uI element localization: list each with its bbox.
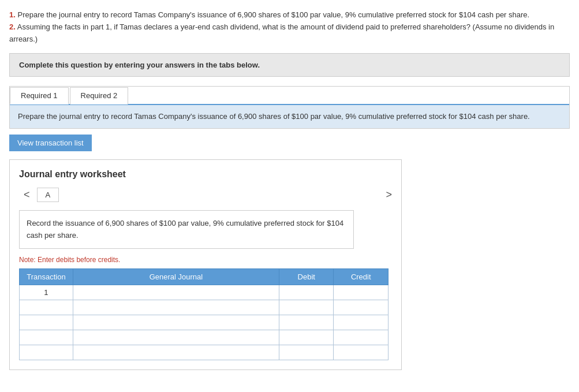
table-row <box>20 300 389 315</box>
tab-required1[interactable]: Required 1 <box>10 87 69 104</box>
col-header-transaction: Transaction <box>20 269 73 285</box>
cell-general-journal[interactable] <box>73 315 279 330</box>
cell-transaction <box>20 300 73 315</box>
cell-credit[interactable] <box>334 315 389 330</box>
cell-debit[interactable] <box>279 330 334 345</box>
cell-debit[interactable] <box>279 315 334 330</box>
nav-right-arrow[interactable]: > <box>386 189 392 201</box>
cell-transaction <box>20 330 73 345</box>
table-row: 1 <box>20 285 389 300</box>
part2-number: 2. <box>9 23 16 31</box>
worksheet-title: Journal entry worksheet <box>19 169 392 180</box>
cell-credit[interactable] <box>334 345 389 360</box>
complete-instructions: Complete this question by entering your … <box>9 53 570 77</box>
table-row <box>20 315 389 330</box>
cell-transaction <box>20 315 73 330</box>
cell-credit[interactable] <box>334 300 389 315</box>
tabs-header: Required 1 Required 2 <box>10 87 569 105</box>
col-header-general-journal: General Journal <box>73 269 279 285</box>
cell-credit[interactable] <box>334 330 389 345</box>
problem-text: 1. Prepare the journal entry to record T… <box>9 9 570 45</box>
cell-transaction: 1 <box>20 285 73 300</box>
cell-debit[interactable] <box>279 285 334 300</box>
cell-debit[interactable] <box>279 345 334 360</box>
journal-entry-worksheet: Journal entry worksheet < A > Record the… <box>9 159 402 371</box>
cell-credit[interactable] <box>334 285 389 300</box>
view-transaction-list-button[interactable]: View transaction list <box>9 135 92 151</box>
note-text: Note: Enter debits before credits. <box>19 256 392 264</box>
part2-text: Assuming the facts in part 1, if Tamas d… <box>9 23 554 43</box>
tab-required2[interactable]: Required 2 <box>70 87 129 104</box>
cell-general-journal[interactable] <box>73 345 279 360</box>
journal-table: Transaction General Journal Debit Credit… <box>19 268 389 360</box>
table-row <box>20 330 389 345</box>
cell-general-journal[interactable] <box>73 285 279 300</box>
cell-general-journal[interactable] <box>73 330 279 345</box>
cell-transaction <box>20 345 73 360</box>
col-header-credit: Credit <box>334 269 389 285</box>
cell-debit[interactable] <box>279 300 334 315</box>
worksheet-nav: < A > <box>19 188 392 202</box>
part1-text: Prepare the journal entry to record Tama… <box>16 10 529 19</box>
worksheet-instruction: Record the issuance of 6,900 shares of $… <box>19 210 354 249</box>
table-row <box>20 345 389 360</box>
cell-general-journal[interactable] <box>73 300 279 315</box>
tabs-container: Required 1 Required 2 Prepare the journa… <box>9 86 570 129</box>
col-header-debit: Debit <box>279 269 334 285</box>
tab-content: Prepare the journal entry to record Tama… <box>10 105 569 128</box>
worksheet-tab-a[interactable]: A <box>37 188 59 202</box>
nav-left-arrow[interactable]: < <box>19 189 35 201</box>
part1-number: 1. <box>9 10 16 19</box>
